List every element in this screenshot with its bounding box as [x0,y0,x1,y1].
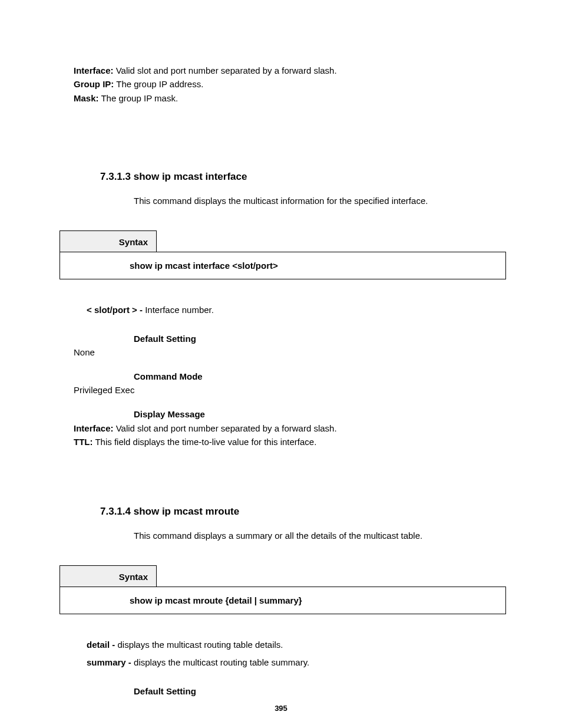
parameter-name: < slot/port > - [87,305,145,315]
section-number: 7.3.1.3 [100,171,134,182]
syntax-tab-label: Syntax [59,565,157,587]
command-mode-value: Privileged Exec [74,385,506,395]
parameter-desc: displays the multicast routing table det… [118,640,283,650]
display-message-interface: Interface: Valid slot and port number se… [74,423,506,434]
definition-mask: Mask: The group IP mask. [74,93,506,104]
section-title: show ip mcast mroute [134,506,239,517]
definition-interface: Interface: Valid slot and port number se… [74,65,506,77]
parameter-item: detail - displays the multicast routing … [87,638,506,652]
default-setting-heading: Default Setting [134,334,506,344]
top-definition-list: Interface: Valid slot and port number se… [74,65,506,104]
syntax-box: Syntax show ip mcast interface <slot/por… [59,230,506,279]
section-heading-7314: 7.3.1.4 show ip mcast mroute [100,506,506,518]
section-description: This command displays a summary or all t… [134,529,506,542]
definition-groupip: Group IP: The group IP address. [74,78,506,90]
display-message-ttl: TTL: This field displays the time-to-liv… [74,436,506,448]
dm-term: Interface: [74,423,114,433]
parameter-list: detail - displays the multicast routing … [87,638,506,670]
section-description: This command displays the multicast info… [134,195,506,207]
parameter-desc: Interface number. [145,305,214,315]
dm-text: Valid slot and port number separated by … [114,423,337,433]
syntax-box: Syntax show ip mcast mroute {detail | su… [59,565,506,614]
parameter-item: summary - displays the multicast routing… [87,655,506,670]
definition-text: Valid slot and port number separated by … [114,65,337,75]
default-setting-value: None [74,347,506,357]
definition-term: Group IP: [74,79,114,89]
syntax-command: show ip mcast mroute {detail | summary} [59,587,506,614]
parameter-desc: displays the multicast routing table sum… [134,657,309,667]
definition-term: Interface: [74,65,114,75]
section-number: 7.3.1.4 [100,506,134,517]
section-heading-7313: 7.3.1.3 show ip mcast interface [100,171,506,183]
command-mode-heading: Command Mode [134,371,506,381]
syntax-command: show ip mcast interface <slot/port> [59,252,506,279]
section-title: show ip mcast interface [134,171,247,182]
parameter-list: < slot/port > - Interface number. [87,303,506,317]
display-message-heading: Display Message [134,409,506,419]
dm-term: TTL: [74,437,92,447]
dm-text: This field displays the time-to-live val… [92,437,316,447]
parameter-item: < slot/port > - Interface number. [87,303,506,317]
parameter-name: detail - [87,640,118,650]
definition-text: The group IP mask. [99,93,178,103]
parameter-name: summary - [87,657,134,667]
page-number: 395 [0,704,562,713]
page-container: Interface: Valid slot and port number se… [0,0,562,728]
definition-text: The group IP address. [114,79,203,89]
default-setting-heading: Default Setting [134,686,506,696]
definition-term: Mask: [74,93,99,103]
syntax-tab-label: Syntax [59,230,157,252]
